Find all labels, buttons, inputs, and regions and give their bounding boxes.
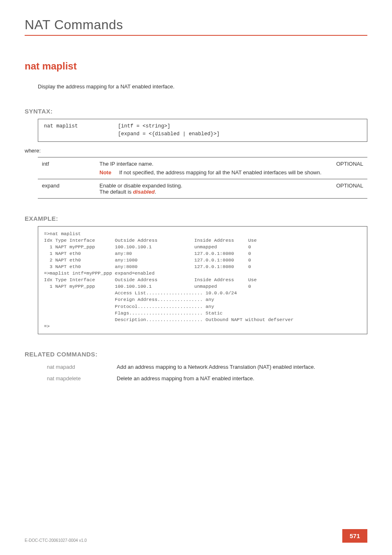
related-cmd-name: nat mapdelete [47,373,117,385]
default-suffix: . [154,189,156,195]
command-description: Display the address mapping for a NAT en… [38,83,367,90]
where-label: where: [25,148,367,154]
param-note: Note If not specified, the address mappi… [99,169,326,176]
related-row: nat mapadd Add an address mapping to a N… [47,362,355,373]
note-label: Note [99,169,119,176]
related-label: RELATED COMMANDS: [25,351,367,358]
param-desc-line: Enable or disable expanded listing. [99,183,182,189]
page-title: NAT Commands [25,17,367,32]
related-commands-table: nat mapadd Add an address mapping to a N… [47,362,355,385]
example-label: EXAMPLE: [25,215,367,222]
param-desc: Enable or disable expanded listing. The … [95,179,330,198]
page-footer: E-DOC-CTC-20061027-0004 v1.0 571 [25,529,367,543]
default-value: disabled [133,189,155,195]
related-cmd-name: nat mapadd [47,362,117,373]
syntax-label: SYNTAX: [25,108,367,115]
param-flag: OPTIONAL [330,157,367,179]
note-text: If not specified, the address mapping fo… [119,169,321,176]
command-title: nat maplist [25,60,367,72]
param-name: expand [38,179,95,198]
params-table: intf The IP interface name. Note If not … [38,157,367,199]
param-row-intf: intf The IP interface name. Note If not … [38,157,367,179]
param-row-expand: expand Enable or disable expanded listin… [38,179,367,198]
title-rule [25,35,367,36]
param-name: intf [38,157,95,179]
related-cmd-desc: Add an address mapping to a Network Addr… [117,362,355,373]
default-prefix: The default is [99,189,133,195]
syntax-box: nat maplist [intf = <string>] [expand = … [38,119,367,142]
related-row: nat mapdelete Delete an address mapping … [47,373,355,385]
param-flag: OPTIONAL [330,179,367,198]
param-desc: The IP interface name. Note If not speci… [95,157,330,179]
example-box: =>nat maplist Idx Type Interface Outside… [38,226,367,334]
related-cmd-desc: Delete an address mapping from a NAT ena… [117,373,355,385]
page-number: 571 [342,529,367,543]
doc-id: E-DOC-CTC-20061027-0004 v1.0 [25,538,87,543]
param-desc-line: The IP interface name. [99,161,153,167]
